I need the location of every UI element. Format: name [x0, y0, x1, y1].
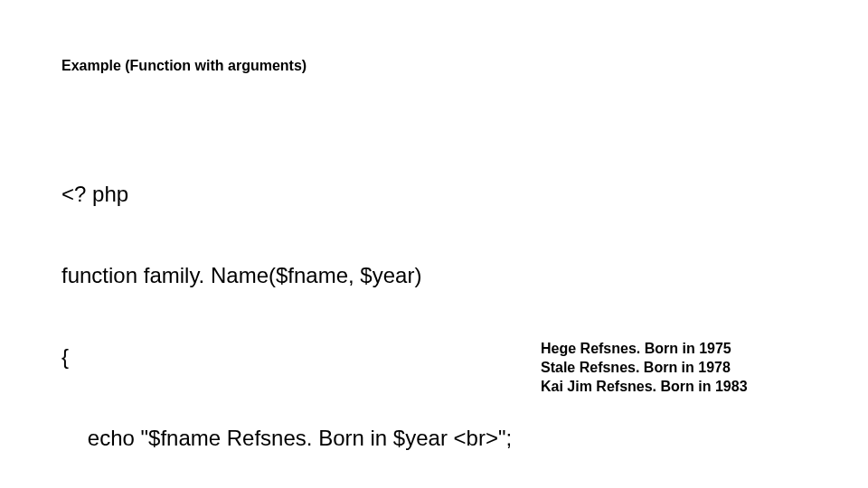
code-line: echo "$fname Refsnes. Born in $year <br>… [61, 425, 512, 452]
output-block: Hege Refsnes. Born in 1975 Stale Refsnes… [541, 340, 748, 396]
slide: Example (Function with arguments) <? php… [0, 0, 868, 488]
code-text: echo "$fname Refsnes. Born in $year <br>… [88, 426, 512, 450]
php-code-block: <? php function family. Name($fname, $ye… [61, 127, 512, 488]
code-line: function family. Name($fname, $year) [61, 262, 512, 289]
output-line: Stale Refsnes. Born in 1978 [541, 359, 748, 378]
output-line: Hege Refsnes. Born in 1975 [541, 340, 748, 359]
slide-title: Example (Function with arguments) [61, 58, 307, 74]
output-line: Kai Jim Refsnes. Born in 1983 [541, 378, 748, 397]
code-line: <? php [61, 181, 512, 208]
code-line: { [61, 343, 512, 371]
